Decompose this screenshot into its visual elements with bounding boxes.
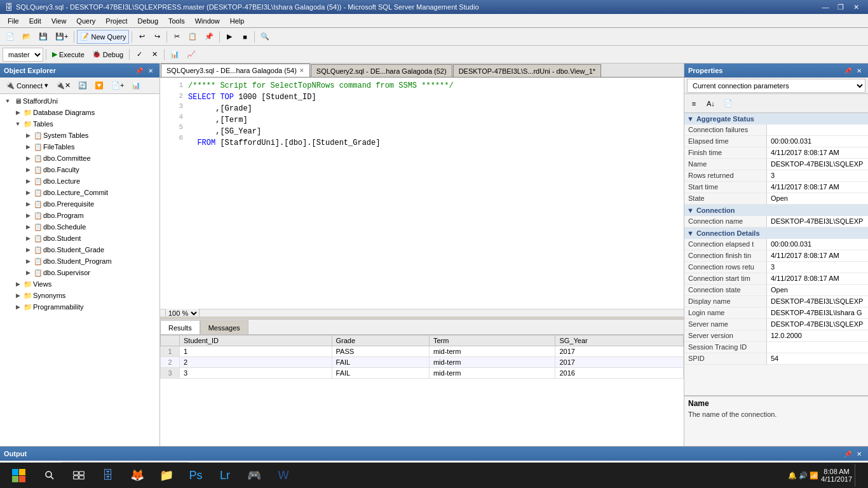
menu-file[interactable]: File — [3, 14, 24, 27]
tree-expander[interactable]: ▶ — [23, 210, 33, 220]
tree-expander[interactable]: ▶ — [23, 199, 33, 209]
redo-button[interactable]: ↪ — [150, 30, 164, 44]
tab-sqlquery3-close[interactable]: ✕ — [299, 67, 304, 74]
editor-content[interactable]: 123456 /***** Script for SelectTopNRows … — [160, 78, 684, 309]
tab-view1[interactable]: DESKTOP-47BEI3L\S...rdUni - dbo.View_1* — [453, 64, 601, 77]
new-query-button[interactable]: 📝 New Query — [77, 30, 129, 44]
menu-project[interactable]: Project — [100, 14, 132, 27]
taskbar-search[interactable] — [36, 464, 64, 487]
tree-expander[interactable]: ▶ — [23, 245, 33, 255]
tree-item[interactable]: ▶📁Database Diagrams — [0, 107, 159, 118]
menu-tools[interactable]: Tools — [163, 14, 190, 27]
tree-item[interactable]: ▶📋dbo.Program — [0, 210, 159, 221]
prop-section-conn-details[interactable]: ▼ Connection Details — [684, 227, 868, 239]
results-table-area[interactable]: Student_ID Grade Term SG_Year 1 1 PASS m… — [160, 335, 684, 446]
connect-button[interactable]: 🔌 Connect ▾ — [3, 79, 51, 93]
debug-button[interactable]: 🐞 Debug — [89, 48, 126, 62]
check-syntax-button[interactable]: ✓ — [132, 48, 146, 62]
tab-sqlquery2[interactable]: SQLQuery2.sql - DE...hara Galagoda (52) — [311, 64, 452, 77]
tree-item[interactable]: ▶📋dbo.Lecture_Commit — [0, 187, 159, 198]
tree-expander[interactable]: ▶ — [23, 222, 33, 232]
results-tab-messages[interactable]: Messages — [200, 320, 248, 334]
results-tab-results[interactable]: Results — [160, 320, 200, 334]
menu-debug[interactable]: Debug — [133, 14, 163, 27]
search-button[interactable]: 🔍 — [257, 30, 273, 44]
prop-pages-btn[interactable]: 📄 — [721, 97, 736, 111]
taskbar-lr[interactable]: Lr — [211, 464, 239, 487]
tree-item[interactable]: ▶📁Programmability — [0, 301, 159, 313]
execute-button[interactable]: ▶ Execute — [49, 48, 88, 62]
prop-categorized-btn[interactable]: ≡ — [687, 97, 701, 111]
tree-item[interactable]: ▶📋dbo.Faculty — [0, 164, 159, 175]
tree-item[interactable]: ▶📁Synonyms — [0, 290, 159, 301]
props-pin-button[interactable]: 📌 — [843, 66, 853, 75]
paste-button[interactable]: 📌 — [201, 30, 217, 44]
tree-expander[interactable]: ▶ — [23, 142, 33, 152]
database-selector[interactable]: master — [3, 48, 43, 62]
oe-new-object-button[interactable]: 📄+ — [108, 79, 127, 93]
panel-pin-button[interactable]: 📌 — [134, 66, 144, 75]
cancel-query-button[interactable]: ✕ — [147, 48, 161, 62]
menu-edit[interactable]: Edit — [24, 14, 46, 27]
oe-refresh-button[interactable]: 🔄 — [75, 79, 90, 93]
oe-filter-button[interactable]: 🔽 — [92, 79, 107, 93]
tree-expander[interactable]: ▶ — [13, 290, 23, 301]
tree-expander[interactable]: ▼ — [3, 96, 13, 106]
close-button[interactable]: ✕ — [849, 2, 863, 12]
tree-item[interactable]: ▶📋dbo.Student_Grade — [0, 244, 159, 255]
output-pin-button[interactable]: 📌 — [843, 449, 853, 458]
prop-alpha-btn[interactable]: A↓ — [703, 97, 718, 111]
copy-button[interactable]: 📋 — [185, 30, 200, 44]
tree-expander[interactable]: ▶ — [23, 268, 33, 278]
tree-expander[interactable]: ▶ — [23, 176, 33, 186]
tree-expander[interactable]: ▼ — [13, 119, 23, 129]
tree-item[interactable]: ▶📋dbo.Student_Program — [0, 255, 159, 267]
oe-report-button[interactable]: 📊 — [128, 79, 144, 93]
save-button[interactable]: 💾 — [36, 30, 51, 44]
menu-query[interactable]: Query — [71, 14, 100, 27]
tree-item[interactable]: ▶📋FileTables — [0, 141, 159, 152]
minimize-button[interactable]: — — [818, 2, 832, 12]
output-close-button[interactable]: ✕ — [854, 449, 864, 458]
taskbar-photoshop[interactable]: Ps — [182, 464, 210, 487]
menu-view[interactable]: View — [46, 14, 72, 27]
results-to-button[interactable]: 📊 — [167, 48, 182, 62]
taskbar-ssms[interactable]: 🗄 — [94, 464, 122, 487]
stop-button[interactable]: ■ — [238, 30, 252, 44]
tree-expander[interactable]: ▶ — [23, 165, 33, 175]
tree-item[interactable]: ▶📋dbo.Supervisor — [0, 267, 159, 278]
tree-expander[interactable]: ▶ — [13, 302, 23, 312]
tab-sqlquery3[interactable]: SQLQuery3.sql - DE...hara Galagoda (54) … — [161, 64, 310, 77]
tree-item[interactable]: ▶📋dbo.Student — [0, 233, 159, 244]
tree-item[interactable]: ▶📋dbo.Committee — [0, 152, 159, 164]
taskbar-task-view[interactable] — [65, 464, 93, 487]
show-desktop-button[interactable] — [855, 464, 863, 487]
taskbar-firefox[interactable]: 🦊 — [123, 464, 151, 487]
run-button[interactable]: ▶ — [222, 30, 236, 44]
start-button[interactable] — [3, 464, 34, 487]
open-button[interactable]: 📂 — [19, 30, 34, 44]
tree-expander[interactable]: ▶ — [23, 187, 33, 198]
tree-item[interactable]: ▶📁Views — [0, 278, 159, 290]
taskbar-explorer[interactable]: 📁 — [153, 464, 180, 487]
undo-button[interactable]: ↩ — [135, 30, 149, 44]
maximize-button[interactable]: ❐ — [834, 2, 848, 12]
tree-item[interactable]: ▶📋dbo.Lecture — [0, 175, 159, 187]
tree-item[interactable]: ▼🖥StaffordUni — [0, 95, 159, 107]
tree-expander[interactable]: ▶ — [23, 233, 33, 243]
menu-window[interactable]: Window — [190, 14, 225, 27]
taskbar-game[interactable]: 🎮 — [240, 464, 268, 487]
props-close-button[interactable]: ✕ — [854, 66, 864, 75]
prop-combo[interactable]: Current connection parameters — [687, 79, 865, 93]
panel-close-button[interactable]: ✕ — [146, 66, 156, 75]
save-all-button[interactable]: 💾+ — [52, 30, 71, 44]
show-plan-button[interactable]: 📈 — [184, 48, 199, 62]
oe-disconnect-button[interactable]: 🔌✕ — [53, 79, 74, 93]
tree-expander[interactable]: ▶ — [23, 130, 33, 140]
tree-expander[interactable]: ▶ — [23, 153, 33, 163]
cut-button[interactable]: ✂ — [170, 30, 184, 44]
tree-item[interactable]: ▶📋dbo.Schedule — [0, 221, 159, 233]
tree-expander[interactable]: ▶ — [23, 256, 33, 266]
prop-section-connection[interactable]: ▼ Connection — [684, 205, 868, 216]
tree-expander[interactable]: ▶ — [13, 279, 23, 289]
